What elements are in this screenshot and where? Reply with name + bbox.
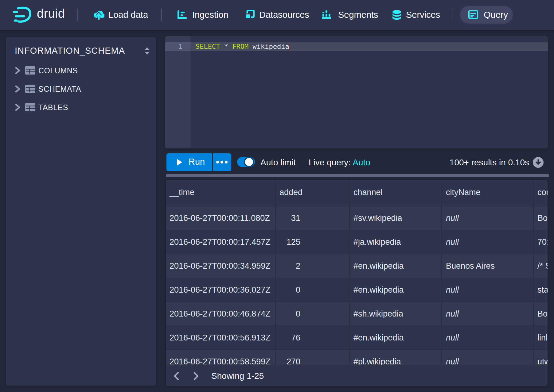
- cell-added: 0: [276, 302, 350, 325]
- cell-added: 76: [276, 326, 350, 349]
- chevron-right-icon[interactable]: [14, 84, 21, 95]
- nav-item-ingestion[interactable]: Ingestion: [192, 9, 228, 21]
- table-row: 2016-06-27T00:00:17.457Z125#ja.wikipedia…: [166, 230, 548, 254]
- table-row: 2016-06-27T00:00:36.027Z0#en.wikipedianu…: [166, 278, 548, 302]
- showing-range-label: Showing 1-25: [211, 370, 264, 382]
- cell-channel: #ja.wikipedia: [350, 230, 442, 254]
- sql-token-plain: wikipedia: [248, 43, 289, 50]
- load-data-icon: [93, 10, 104, 21]
- nav-item-load-data[interactable]: Load data: [108, 9, 148, 21]
- text-cursor: [289, 43, 290, 51]
- cell-comment: stat: [534, 278, 548, 302]
- cell-comment: linl: [534, 326, 548, 349]
- cell-cityName: null: [442, 302, 534, 325]
- nav-item-services[interactable]: Services: [406, 9, 440, 21]
- cell-channel: #sh.wikipedia: [350, 302, 442, 325]
- cell-cityName: null: [442, 230, 534, 254]
- query-status-text: 100+ results in 0.10s: [424, 157, 529, 168]
- cell-channel: #en.wikipedia: [350, 278, 442, 302]
- column-header-channel[interactable]: channel: [350, 180, 442, 206]
- results-table: __timeaddedchannelcityNamecomment2016-06…: [166, 180, 548, 386]
- line-number: 1: [165, 42, 182, 51]
- play-icon: [177, 159, 182, 166]
- tree-item-label: SCHEMATA: [38, 83, 81, 94]
- cell-channel: #en.wikipedia: [350, 254, 442, 278]
- sql-token-plain: *: [220, 43, 232, 50]
- nav-item-query[interactable]: Query: [460, 6, 513, 24]
- table-row: 2016-06-27T00:00:56.913Z76#en.wikipedian…: [166, 325, 548, 349]
- sql-token-keyword: FROM: [232, 43, 248, 50]
- chevron-right-icon[interactable]: [14, 66, 21, 76]
- column-header-added[interactable]: added: [276, 180, 350, 206]
- cell-added: 0: [276, 278, 350, 302]
- services-icon: [392, 10, 402, 21]
- table-header-row: __timeaddedchannelcityNamecomment: [166, 180, 548, 206]
- column-header-time[interactable]: __time: [166, 180, 276, 206]
- cell-comment: Bot: [534, 302, 548, 325]
- cell-added: 125: [276, 230, 350, 254]
- tree-item-label: TABLES: [38, 102, 68, 113]
- table-row: 2016-06-27T00:00:34.959Z2#en.wikipediaBu…: [166, 254, 548, 278]
- next-page-button[interactable]: [191, 371, 204, 382]
- nav-divider: [77, 9, 78, 21]
- live-query-value[interactable]: Auto: [353, 158, 370, 167]
- editor-gutter: [165, 36, 190, 148]
- nav-item-segments[interactable]: Segments: [338, 9, 378, 21]
- cell-added: 2: [276, 254, 350, 278]
- cell-__time: 2016-06-27T00:00:56.913Z: [166, 326, 276, 349]
- top-nav: druid Load dataIngestionDatasourcesSegme…: [0, 0, 554, 30]
- prev-page-button[interactable]: [172, 371, 184, 382]
- schema-selector[interactable]: INFORMATION_SCHEMA: [9, 43, 141, 58]
- query-icon: [468, 10, 478, 20]
- cell-cityName: null: [442, 278, 534, 302]
- double-caret-icon[interactable]: [142, 47, 152, 56]
- cell-__time: 2016-06-27T00:00:17.457Z: [166, 230, 276, 254]
- tree-item-tables[interactable]: TABLES: [9, 100, 144, 115]
- nav-item-datasources[interactable]: Datasources: [259, 9, 309, 21]
- live-query-control[interactable]: Live query: Auto: [309, 157, 370, 168]
- more-dot: [225, 161, 228, 163]
- table-row: 2016-06-27T00:00:46.874Z0#sh.wikipedianu…: [166, 302, 548, 325]
- nav-divider-load: [161, 9, 162, 21]
- auto-limit-toggle-knob: [244, 157, 254, 167]
- more-dot: [220, 161, 223, 163]
- cell-channel: #en.wikipedia: [350, 326, 442, 349]
- segments-icon: [321, 10, 332, 21]
- horizontal-scrollbar[interactable]: [166, 174, 549, 177]
- cell-channel: #sv.wikipedia: [350, 206, 442, 230]
- download-results-icon[interactable]: [533, 157, 544, 168]
- cell-__time: 2016-06-27T00:00:46.874Z: [166, 302, 276, 325]
- druid-logo-icon: [12, 6, 33, 26]
- cell-__time: 2016-06-27T00:00:36.027Z: [166, 278, 276, 302]
- sql-token-keyword: SELECT: [196, 43, 220, 50]
- auto-limit-label: Auto limit: [260, 157, 296, 168]
- table-icon: [25, 103, 35, 113]
- live-query-label: Live query:: [309, 158, 351, 167]
- column-header-comment[interactable]: comment: [534, 180, 548, 206]
- sql-text: SELECT * FROM wikipedia: [196, 42, 289, 51]
- more-dot: [216, 161, 219, 163]
- ingestion-icon: [177, 10, 188, 21]
- tree-item-columns[interactable]: COLUMNS: [9, 63, 144, 78]
- nav-divider-2: [452, 9, 452, 21]
- cell-comment: Bot: [534, 206, 548, 230]
- sql-editor[interactable]: 1 SELECT * FROM wikipedia: [165, 36, 548, 148]
- chevron-right-icon[interactable]: [14, 103, 21, 113]
- tree-item-label: COLUMNS: [38, 65, 78, 76]
- cell-comment: 70:2: [534, 230, 548, 254]
- table-icon: [25, 85, 35, 94]
- run-button-label: Run: [189, 157, 205, 167]
- tree-item-schemata[interactable]: SCHEMATA: [9, 82, 144, 96]
- brand-name: druid: [37, 7, 65, 21]
- cell-__time: 2016-06-27T00:00:11.080Z: [166, 206, 276, 230]
- cell-cityName: Buenos Aires: [442, 254, 534, 278]
- nav-item-query-label: Query: [484, 9, 508, 21]
- cell-cityName: null: [442, 206, 534, 230]
- cell-cityName: null: [442, 326, 534, 349]
- cell-added: 31: [276, 206, 350, 230]
- cell-__time: 2016-06-27T00:00:34.959Z: [166, 254, 276, 278]
- cell-comment: /* Se: [534, 254, 548, 278]
- results-footer: Showing 1-25: [166, 365, 548, 386]
- column-header-cityName[interactable]: cityName: [442, 180, 534, 206]
- datasources-icon: [244, 10, 255, 21]
